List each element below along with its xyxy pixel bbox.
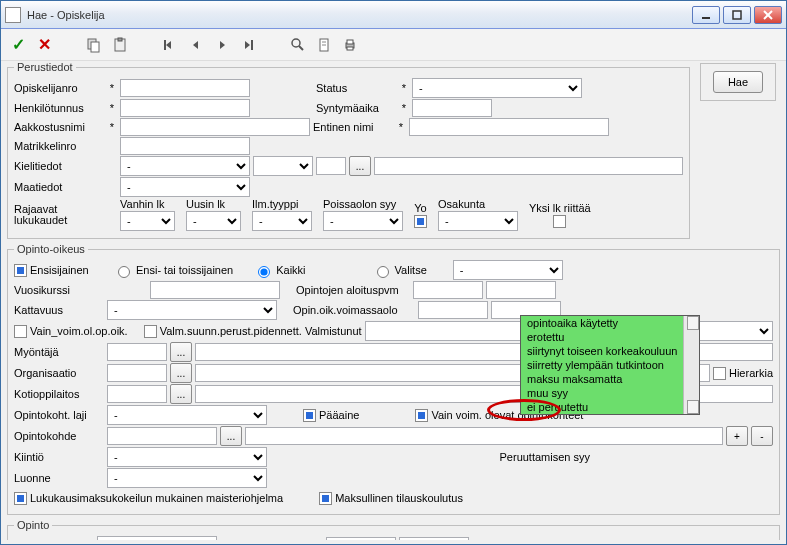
kotioppilaitos-code-field[interactable] [107,385,167,403]
nav-first-icon[interactable] [159,34,181,56]
maksullinen-checkbox[interactable] [319,492,332,505]
organisaatio-browse-button[interactable]: ... [170,363,192,383]
lbl-opiskelijanro: Opiskelijanro [14,82,104,94]
vanhin-lk-select[interactable]: - [120,211,175,231]
dropdown-option[interactable]: ei peruutettu [521,400,699,414]
titlebar: Hae - Opiskelija [1,1,786,29]
lbl-yksi-lk: Yksi lk riittää [529,202,591,214]
vain-voim-checkbox[interactable] [14,325,27,338]
poissaolon-syy-select[interactable]: - [323,211,403,231]
print-icon[interactable] [339,34,361,56]
svg-rect-7 [118,38,122,41]
tool-copy-icon[interactable] [83,34,105,56]
syntymaaika-field[interactable] [412,99,492,117]
toolbar: ✓ ✕ [1,29,786,61]
cancel-button[interactable]: ✕ [33,34,55,56]
opintokoht-laji-select[interactable]: - [107,405,267,425]
kotioppilaitos-browse-button[interactable]: ... [170,384,192,404]
tool-paste-icon[interactable] [109,34,131,56]
myontaja-code-field[interactable] [107,343,167,361]
opinto-group: Opinto Status - Tapahtumapäivä Opintokoh… [7,519,780,540]
vain-voim-olevat-checkbox[interactable] [415,409,428,422]
ok-button[interactable]: ✓ [7,34,29,56]
lbl-peruuttamisen-syy: Peruuttamisen syy [500,451,590,463]
kielitiedot-code-field[interactable] [316,157,346,175]
opintokohde-browse-button[interactable]: ... [220,426,242,446]
lbl-maksullinen: Maksullinen tilauskoulutus [335,492,463,504]
dropdown-option[interactable]: muu syy [521,386,699,400]
plus-button[interactable]: + [726,426,748,446]
kiintio-select[interactable]: - [107,447,267,467]
ilm-tyyppi-select[interactable]: - [252,211,312,231]
svg-marker-8 [166,41,171,49]
ensi-tai-radio[interactable] [118,266,130,278]
kielitiedot-2-select[interactable] [253,156,313,176]
tapahtumapaiva-from-field[interactable] [326,537,396,540]
lbl-henkilotunnus: Henkilötunnus [14,102,104,114]
voimassaolo-from-field[interactable] [418,301,488,319]
opintojen-aloitus-from-field[interactable] [413,281,483,299]
dropdown-option[interactable]: erotettu [521,330,699,344]
minus-button[interactable]: - [751,426,773,446]
document-icon[interactable] [313,34,335,56]
nav-next-icon[interactable] [211,34,233,56]
dropdown-option[interactable]: siirretty ylempään tutkintoon [521,358,699,372]
opinto-status-select[interactable]: - [97,536,217,540]
opintokohde-desc-field[interactable] [245,427,723,445]
matrikkelinro-field[interactable] [120,137,250,155]
myontaja-browse-button[interactable]: ... [170,342,192,362]
svg-rect-1 [733,11,741,19]
maximize-button[interactable] [723,6,751,24]
kielitiedot-select[interactable]: - [120,156,250,176]
nav-last-icon[interactable] [237,34,259,56]
luonne-select[interactable]: - [107,468,267,488]
status-select[interactable]: - [412,78,582,98]
opintokohde-code-field[interactable] [107,427,217,445]
opinto-legend: Opinto [14,519,52,531]
svg-rect-20 [347,40,353,44]
valitse-radio[interactable] [377,266,389,278]
dropdown-option[interactable]: opintoaika käytetty [521,316,699,330]
yo-checkbox[interactable] [414,215,427,228]
lukukausimaksu-checkbox[interactable] [14,492,27,505]
kielitiedot-desc-field[interactable] [374,157,683,175]
minimize-button[interactable] [692,6,720,24]
lbl-rajaavat: Rajaavat lukukaudet [14,204,104,226]
kaikki-radio[interactable] [258,266,270,278]
yksi-lk-checkbox[interactable] [553,215,566,228]
lbl-valitse: Valitse [395,264,427,276]
lbl-kotioppilaitos: Kotioppilaitos [14,388,104,400]
vuosikurssi-field[interactable] [150,281,280,299]
nav-prev-icon[interactable] [185,34,207,56]
opintojen-aloitus-to-field[interactable] [486,281,556,299]
peruuttamisen-syy-dropdown[interactable]: opintoaika käytetty erotettu siirtynyt t… [520,315,700,415]
tapahtumapaiva-to-field[interactable] [399,537,469,540]
dropdown-scrollbar[interactable] [683,316,699,414]
uusin-lk-select[interactable]: - [186,211,241,231]
lbl-yo: Yo [414,202,426,214]
valm-suunn-checkbox[interactable] [144,325,157,338]
kielitiedot-browse-button[interactable]: ... [349,156,371,176]
lbl-ensisijainen: Ensisijainen [30,264,110,276]
hierarkia-checkbox[interactable] [713,367,726,380]
henkilotunnus-field[interactable] [120,99,250,117]
kattavuus-select[interactable]: - [107,300,277,320]
lbl-maatiedot: Maatiedot [14,181,104,193]
paaaine-checkbox[interactable] [303,409,316,422]
close-button[interactable] [754,6,782,24]
search-icon[interactable] [287,34,309,56]
maatiedot-select[interactable]: - [120,177,250,197]
lbl-opintokohde: Opintokohde [14,430,104,442]
aakkostusnimi-field[interactable] [120,118,310,136]
entinen-nimi-field[interactable] [409,118,609,136]
dropdown-option[interactable]: maksu maksamatta [521,372,699,386]
organisaatio-code-field[interactable] [107,364,167,382]
valitse-select[interactable]: - [453,260,563,280]
ensisijainen-prefix-checkbox[interactable] [14,264,27,277]
lbl-luonne: Luonne [14,472,104,484]
osakunta-select[interactable]: - [438,211,518,231]
opiskelijanro-field[interactable] [120,79,250,97]
dropdown-option[interactable]: siirtynyt toiseen korkeakouluun [521,344,699,358]
content-area: Perustiedot Opiskelijanro * Status * - H… [7,61,780,540]
lbl-opintokoht-laji: Opintokoht. laji [14,409,104,421]
